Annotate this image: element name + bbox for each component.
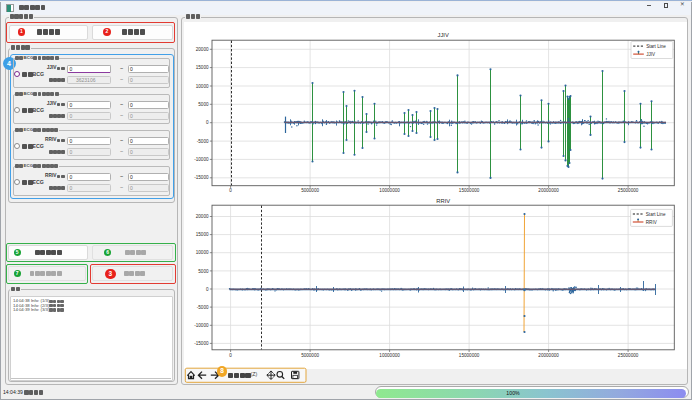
svg-text:25000000: 25000000 (618, 353, 639, 358)
svg-text:15000: 15000 (196, 232, 209, 237)
svg-text:-15000: -15000 (194, 175, 209, 180)
svg-text:-10000: -10000 (194, 157, 209, 162)
svg-text:0: 0 (229, 353, 232, 358)
svg-text:Start Line: Start Line (646, 44, 666, 49)
svg-text:5000000: 5000000 (301, 188, 319, 193)
svg-text:RRIV: RRIV (436, 198, 450, 204)
svg-text:-10000: -10000 (194, 323, 209, 328)
svg-text:20000: 20000 (196, 214, 209, 219)
svg-text:JJIV: JJIV (646, 52, 656, 57)
svg-text:15000: 15000 (196, 65, 209, 70)
svg-text:10000: 10000 (196, 84, 209, 89)
svg-text:-5000: -5000 (197, 305, 209, 310)
svg-text:5000: 5000 (198, 102, 209, 107)
svg-text:JJIV: JJIV (438, 32, 449, 38)
svg-text:15000000: 15000000 (459, 353, 480, 358)
svg-text:0: 0 (229, 188, 232, 193)
svg-text:0: 0 (206, 287, 209, 292)
svg-text:5000: 5000 (198, 269, 209, 274)
svg-text:20000000: 20000000 (538, 188, 559, 193)
svg-text:-5000: -5000 (197, 139, 209, 144)
svg-text:-15000: -15000 (194, 341, 209, 346)
svg-text:10000000: 10000000 (379, 353, 400, 358)
svg-text:RRIV: RRIV (646, 220, 658, 225)
svg-text:0: 0 (206, 120, 209, 125)
svg-text:Start Line: Start Line (646, 212, 666, 217)
svg-text:15000000: 15000000 (459, 188, 480, 193)
svg-text:20000: 20000 (196, 47, 209, 52)
svg-text:20000000: 20000000 (538, 353, 559, 358)
svg-text:25000000: 25000000 (618, 188, 639, 193)
svg-text:5000000: 5000000 (301, 353, 319, 358)
svg-text:10000: 10000 (196, 250, 209, 255)
svg-text:10000000: 10000000 (379, 188, 400, 193)
